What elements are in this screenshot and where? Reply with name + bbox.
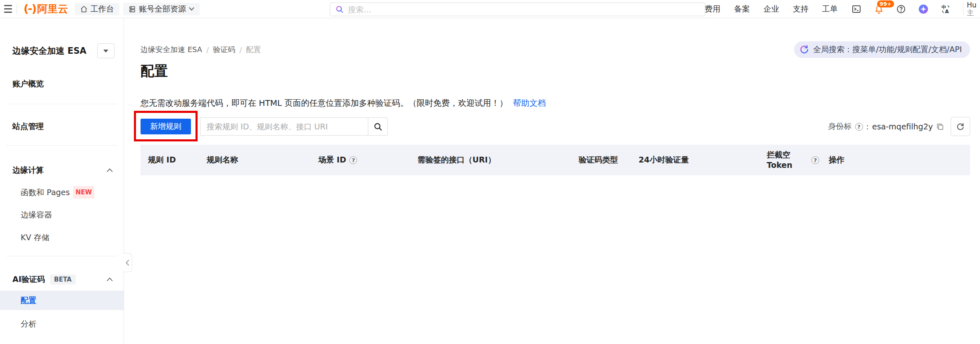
logo-bracket-mark: (-) [24, 2, 36, 15]
ai-assistant-icon[interactable] [918, 4, 928, 14]
col-rule-id: 规则 ID [141, 155, 207, 165]
divider [6, 256, 117, 256]
col-actions: 操作 [829, 155, 970, 165]
col-24h-volume: 24小时验证量 [639, 155, 767, 165]
divider [6, 145, 117, 146]
col-scene-id: 场景 ID ? [318, 155, 417, 165]
sidebar-group-edge-compute[interactable]: 边缘计算 [12, 165, 113, 176]
chevron-left-icon [126, 260, 129, 266]
col-uri: 需验签的接口（URI） [417, 155, 579, 165]
breadcrumb-separator: / [239, 45, 242, 54]
product-switcher-button[interactable] [97, 43, 114, 58]
chevron-down-icon [189, 7, 194, 11]
scene-id-help-icon[interactable]: ? [349, 156, 357, 164]
empty-token-help-icon[interactable]: ? [811, 156, 819, 164]
account-menu[interactable]: Hu 主 [967, 1, 980, 17]
add-rule-button[interactable]: 新增规则 [141, 119, 191, 134]
caret-down-icon [103, 50, 108, 53]
divider [17, 4, 17, 14]
breadcrumb-current: 配置 [246, 45, 261, 55]
identity-value: esa-mqefilhg2y [872, 122, 933, 131]
refresh-button[interactable] [951, 117, 970, 136]
breadcrumb-captcha[interactable]: 验证码 [213, 45, 235, 55]
nav-link-tickets[interactable]: 工单 [822, 4, 838, 14]
chevron-up-icon [107, 168, 113, 172]
account-type: 主 [967, 9, 980, 17]
search-icon [373, 122, 383, 131]
nav-link-enterprise[interactable]: 企业 [763, 4, 779, 14]
group-label: AI验证码 [12, 274, 45, 285]
sidebar-item-account-overview[interactable]: 账户概览 [12, 78, 124, 89]
topbar-right-cluster: 费用 备案 企业 支持 工单 99+ 中A Hu 主 [705, 0, 980, 18]
identity-label: 身份标 [828, 121, 852, 132]
sidebar-item-functions-pages[interactable]: 函数和 Pages NEW [21, 187, 124, 198]
account-name: Hu [967, 1, 980, 9]
rule-search-button[interactable] [368, 117, 388, 136]
resources-icon [129, 5, 136, 13]
sidebar: 边缘安全加速 ESA 账户概览 站点管理 边缘计算 函数和 Pages NEW … [0, 18, 124, 344]
sidebar-item-config-active[interactable]: 配置 [0, 291, 124, 310]
divider [6, 104, 117, 104]
nav-link-icp[interactable]: 备案 [734, 4, 750, 14]
hamburger-menu-icon[interactable] [0, 0, 16, 18]
help-icon[interactable] [896, 4, 906, 14]
refresh-icon [956, 122, 965, 131]
breadcrumb-esa[interactable]: 边缘安全加速 ESA [141, 45, 202, 55]
home-icon [80, 5, 88, 13]
alibaba-cloud-logo[interactable]: (-) 阿里云 [24, 2, 68, 16]
global-search-bar[interactable] [330, 2, 705, 16]
breadcrumb: 边缘安全加速 ESA / 验证码 / 配置 [141, 45, 261, 55]
help-doc-link[interactable]: 帮助文档 [513, 98, 546, 108]
group-label: 边缘计算 [12, 165, 44, 176]
col-rule-name: 规则名称 [207, 155, 318, 165]
product-title: 边缘安全加速 ESA [12, 45, 86, 57]
identity-help-icon[interactable]: ? [855, 123, 863, 131]
divider [963, 3, 963, 15]
search-input[interactable] [348, 5, 700, 14]
workbench-label: 工作台 [91, 4, 114, 14]
new-badge: NEW [73, 186, 94, 198]
resources-label: 账号全部资源 [139, 4, 186, 14]
item-label: 分析 [21, 318, 36, 329]
sidebar-item-analysis[interactable]: 分析 [21, 318, 124, 329]
sidebar-group-ai-captcha[interactable]: AI验证码 BETA [12, 274, 113, 285]
table-header-row: 规则 ID 规则名称 场景 ID ? 需验签的接口（URI） 验证码类型 24小… [141, 145, 970, 175]
chevron-up-icon [107, 277, 113, 282]
search-icon [335, 5, 344, 14]
workbench-button[interactable]: 工作台 [75, 3, 119, 15]
language-switch-icon[interactable]: 中A [941, 4, 951, 14]
sidebar-item-edge-container[interactable]: 边缘容器 [21, 209, 124, 220]
nav-link-support[interactable]: 支持 [793, 4, 808, 14]
item-label: 边缘容器 [21, 209, 52, 220]
global-search-label: 全局搜索：搜菜单/功能/规则配置/文档/API [813, 44, 962, 55]
page-description: 您无需改动服务端代码，即可在 HTML 页面的任意位置添加多种验证码。（限时免费… [141, 98, 508, 108]
rule-search-input[interactable] [200, 117, 368, 136]
breadcrumb-separator: / [206, 45, 209, 54]
top-nav-bar: (-) 阿里云 工作台 账号全部资源 费用 备案 企业 支持 工单 [0, 0, 980, 18]
svg-text:A: A [945, 9, 949, 14]
sidebar-collapse-handle[interactable] [123, 253, 132, 272]
sidebar-item-kv-storage[interactable]: KV 存储 [21, 232, 124, 243]
beta-badge: BETA [50, 275, 76, 284]
notification-count-badge: 99+ [877, 0, 894, 7]
account-resources-button[interactable]: 账号全部资源 [123, 3, 200, 15]
logo-text: 阿里云 [37, 2, 68, 16]
col-captcha-type: 验证码类型 [579, 155, 639, 165]
nav-link-billing[interactable]: 费用 [705, 4, 720, 14]
sidebar-item-site-management[interactable]: 站点管理 [12, 121, 124, 131]
global-search-icon [799, 45, 809, 55]
main-content: 边缘安全加速 ESA / 验证码 / 配置 全局搜索：搜菜单/功能/规则配置/文… [124, 18, 980, 344]
page-title: 配置 [141, 63, 970, 79]
cloudshell-terminal-icon[interactable] [851, 4, 861, 14]
notifications-bell-icon[interactable]: 99+ [874, 4, 884, 14]
identity-separator: : [866, 122, 869, 131]
item-label: 函数和 Pages [21, 187, 70, 198]
col-block-empty-token: 拦截空 Token ? [767, 150, 829, 170]
global-search-pill[interactable]: 全局搜索：搜菜单/功能/规则配置/文档/API [794, 41, 970, 58]
copy-icon[interactable] [936, 123, 944, 131]
item-label: KV 存储 [21, 232, 50, 243]
